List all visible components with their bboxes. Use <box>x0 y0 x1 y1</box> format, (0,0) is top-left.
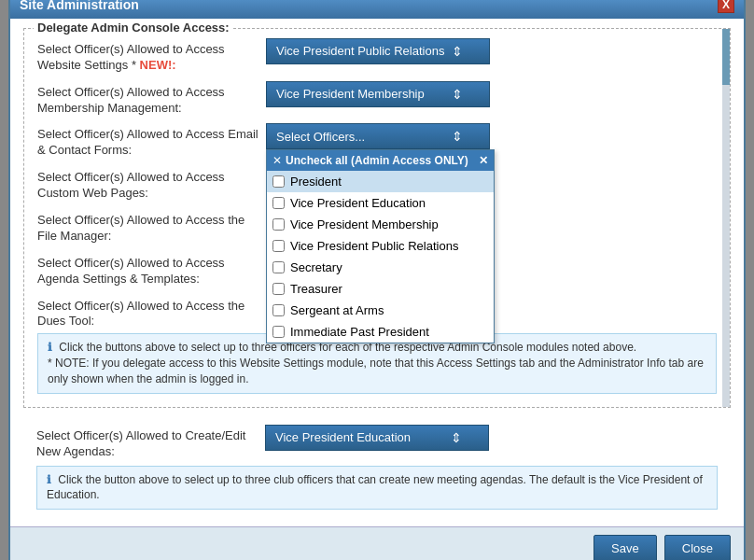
select-btn-agendas[interactable]: Vice President Education ⇕ <box>265 425 489 451</box>
select-btn-email-contact-value: Select Officers... <box>276 130 365 144</box>
dropdown-item-label-president: President <box>290 175 342 189</box>
arrow-icon-agendas: ⇕ <box>451 430 462 445</box>
dialog-body: Delegate Admin Console Access: Select Of… <box>10 19 744 526</box>
dropdown-item-secretary[interactable]: Secretary <box>267 257 494 278</box>
bottom-info-text: Click the button above to select up to t… <box>47 473 703 502</box>
dropdown-item-label-vp-education: Vice President Education <box>290 196 426 210</box>
row-email-contact: Select Officer(s) Allowed to Access Emai… <box>37 123 717 159</box>
scrollbar-thumb[interactable] <box>722 29 730 85</box>
dropdown-item-treasurer[interactable]: Treasurer <box>267 278 494 300</box>
arrow-icon-website-settings: ⇕ <box>452 44 463 59</box>
info-text: Click the buttons above to select up to … <box>48 341 704 385</box>
checkbox-immediate-past-president[interactable] <box>272 326 285 338</box>
dropdown-x-prefix: ✕ <box>272 154 282 167</box>
save-button[interactable]: Save <box>593 535 657 560</box>
dropdown-item-label-secretary: Secretary <box>290 260 342 274</box>
dialog-title-bar: Site Administration X <box>10 0 744 19</box>
bottom-section: Select Officer(s) Allowed to Create/Edit… <box>23 417 731 517</box>
uncheck-all-label[interactable]: Uncheck all (Admin Access ONLY) <box>286 154 479 167</box>
checkbox-vp-public-relations[interactable] <box>272 240 285 252</box>
label-custom-web: Select Officer(s) Allowed to Access Cust… <box>37 166 266 202</box>
checkbox-secretary[interactable] <box>272 261 285 273</box>
label-website-settings: Select Officer(s) Allowed to Access Webs… <box>37 38 266 74</box>
dropdown-item-label-sergeant-at-arms: Sergeant at Arms <box>290 303 384 317</box>
label-file-manager: Select Officer(s) Allowed to Access the … <box>37 209 266 245</box>
select-btn-agendas-value: Vice President Education <box>275 430 411 444</box>
arrow-icon-email-contact: ⇕ <box>452 129 463 144</box>
close-button[interactable]: Close <box>664 535 731 560</box>
dropdown-item-president[interactable]: President <box>267 171 494 192</box>
label-email-contact: Select Officer(s) Allowed to Access Emai… <box>37 123 266 159</box>
checkbox-president[interactable] <box>272 175 285 188</box>
officer-dropdown: ✕ Uncheck all (Admin Access ONLY) ✕ Pres… <box>266 149 495 343</box>
dropdown-item-sergeant-at-arms[interactable]: Sergeant at Arms <box>267 300 494 321</box>
checkbox-vp-membership[interactable] <box>272 218 285 231</box>
checkbox-sergeant-at-arms[interactable] <box>272 304 285 316</box>
select-btn-website-settings-value: Vice President Public Relations <box>276 44 444 58</box>
dropdown-item-label-vp-public-relations: Vice President Public Relations <box>290 239 458 253</box>
dropdown-header: ✕ Uncheck all (Admin Access ONLY) ✕ <box>267 150 494 171</box>
label-membership-mgmt: Select Officer(s) Allowed to Access Memb… <box>37 81 266 117</box>
dropdown-close-icon[interactable]: ✕ <box>479 154 488 167</box>
select-btn-website-settings[interactable]: Vice President Public Relations ⇕ <box>266 38 490 64</box>
site-admin-dialog: Site Administration X Delegate Admin Con… <box>8 0 746 560</box>
row-membership-mgmt: Select Officer(s) Allowed to Access Memb… <box>37 81 717 117</box>
dropdown-item-vp-public-relations[interactable]: Vice President Public Relations <box>267 235 494 257</box>
checkbox-treasurer[interactable] <box>272 283 285 295</box>
section-legend: Delegate Admin Console Access: <box>34 21 233 35</box>
select-btn-membership-mgmt[interactable]: Vice President Membership ⇕ <box>266 81 490 107</box>
dialog-close-button[interactable]: X <box>718 0 734 13</box>
info-icon: ℹ <box>48 341 52 354</box>
dialog-footer: Save Close <box>10 526 744 560</box>
checkbox-vp-education[interactable] <box>272 197 285 209</box>
arrow-icon-membership-mgmt: ⇕ <box>452 87 463 102</box>
bottom-info-box: ℹ Click the button above to select up to… <box>36 466 718 511</box>
dropdown-item-vp-education[interactable]: Vice President Education <box>267 192 494 214</box>
dialog-title-text: Site Administration <box>20 0 139 12</box>
select-btn-membership-mgmt-value: Vice President Membership <box>276 87 425 101</box>
bottom-label-agendas: Select Officer(s) Allowed to Create/Edit… <box>36 425 265 460</box>
label-dues-tool: Select Officer(s) Allowed to Access the … <box>37 295 266 330</box>
select-btn-email-contact[interactable]: Select Officers... ⇕ <box>266 123 490 149</box>
dropdown-item-label-immediate-past-president: Immediate Past President <box>290 325 429 339</box>
scrollbar-track[interactable] <box>722 29 730 407</box>
dropdown-item-label-treasurer: Treasurer <box>290 282 342 296</box>
row-website-settings: Select Officer(s) Allowed to Access Webs… <box>37 38 717 74</box>
new-badge: NEW!: <box>140 58 176 72</box>
label-agenda-settings: Select Officer(s) Allowed to Access Agen… <box>37 252 266 287</box>
dropdown-list: President Vice President Education Vice … <box>267 171 494 343</box>
dropdown-item-immediate-past-president[interactable]: Immediate Past President <box>267 321 494 343</box>
dropdown-item-label-vp-membership: Vice President Membership <box>290 217 439 231</box>
dropdown-item-vp-membership[interactable]: Vice President Membership <box>267 214 494 235</box>
delegate-section: Delegate Admin Console Access: Select Of… <box>23 28 731 408</box>
bottom-row-agendas: Select Officer(s) Allowed to Create/Edit… <box>36 425 718 460</box>
bottom-info-icon: ℹ <box>47 473 51 486</box>
